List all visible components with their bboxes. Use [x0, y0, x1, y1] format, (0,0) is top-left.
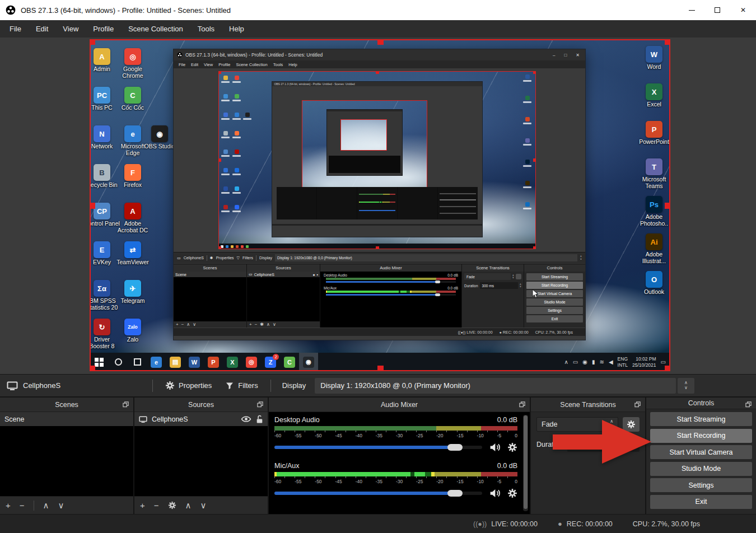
selection-handle[interactable] — [90, 203, 95, 209]
captured-title-bar: OBS 27.1.3 (64-bit, windows) - Profile: … — [174, 49, 585, 60]
remove-source-button[interactable]: − — [154, 501, 159, 510]
popout-icon[interactable] — [257, 401, 263, 408]
desktop-icon-label: Cốc Cốc — [114, 105, 151, 111]
speaker-icon[interactable] — [489, 442, 501, 452]
menu-profile[interactable]: Profile — [86, 20, 121, 38]
app-icon: B — [94, 164, 110, 181]
taskbar-icon-excel: X — [223, 353, 242, 371]
channel-level: 0.0 dB — [497, 462, 517, 470]
start-streaming-button[interactable]: Start Streaming — [650, 412, 752, 426]
title-bar: OBS 27.1.3 (64-bit, windows) - Profile: … — [0, 0, 756, 20]
channel-settings-gear-icon[interactable] — [507, 442, 517, 452]
close-button[interactable]: ✕ — [730, 0, 756, 20]
app-icon: A — [94, 48, 110, 65]
selection-handle[interactable] — [377, 39, 384, 45]
monitor-icon — [139, 416, 147, 423]
mixer-scrollbar[interactable] — [523, 415, 528, 511]
window-title: OBS 27.1.3 (64-bit, windows) - Profile: … — [21, 6, 231, 15]
hidden-icons-icon: ∧ — [564, 359, 568, 365]
desktop-icon-column-right: WWordXExcelPPowerPointTMicrosoft TeamsPs… — [636, 46, 670, 308]
add-scene-button[interactable]: + — [6, 501, 11, 510]
channel-name: Mic/Aux — [274, 462, 299, 470]
desktop-icon-label: Adobe Illustrat... — [636, 251, 670, 265]
source-list-item[interactable]: CellphoneS — [134, 412, 268, 426]
preview-canvas[interactable]: AAdminPCThis PCNNetworkBRecycle BinCPCon… — [90, 39, 670, 371]
taskbar-icon-zalo: Z2 — [261, 353, 280, 371]
captured-selection-border — [218, 71, 536, 249]
channel-settings-gear-icon[interactable] — [507, 488, 517, 498]
display-tray-icon: ▭ — [573, 359, 578, 365]
menu-edit[interactable]: Edit — [29, 20, 55, 38]
popout-icon[interactable] — [745, 401, 752, 408]
selection-handle[interactable] — [377, 366, 384, 371]
menu-scene-collection[interactable]: Scene Collection — [121, 20, 190, 38]
search-icon — [115, 358, 122, 366]
display-select-spinner[interactable]: ∧∨ — [678, 378, 694, 394]
captured-preview-canvas: OBS 27.1.3 (64-bit, windows) - Profile: … — [218, 71, 536, 249]
menu-view[interactable]: View — [55, 20, 86, 38]
minimize-button[interactable] — [679, 0, 704, 20]
display-select[interactable]: Display 1: 1920x1080 @ 0,0 (Primary Moni… — [315, 378, 676, 394]
app-icon: N — [94, 125, 110, 142]
studio-mode-button[interactable]: Studio Mode — [650, 462, 752, 476]
scene-list-item[interactable]: Scene — [0, 412, 133, 426]
source-down-button[interactable]: ∨ — [200, 501, 207, 511]
clock: 10:02 PM25/10/2021 — [632, 356, 656, 367]
captured-window-title: OBS 27.1.3 (64-bit, windows) - Profile: … — [185, 52, 323, 58]
monitor-icon — [7, 381, 18, 390]
desktop-icon-label: OBS Studio — [141, 143, 178, 150]
add-source-button[interactable]: + — [140, 501, 145, 510]
scene-up-button[interactable]: ∧ — [43, 501, 49, 511]
source-up-button[interactable]: ∧ — [185, 501, 192, 511]
start-virtual-camera-button[interactable]: Start Virtual Camera — [650, 445, 752, 459]
volume-slider[interactable] — [274, 446, 482, 449]
filters-button[interactable]: Filters — [218, 377, 264, 394]
desktop-icon: OOutlook — [636, 271, 670, 308]
live-status: ((●)) LIVE: 00:00:00 — [473, 520, 538, 528]
volume-meter — [274, 472, 517, 476]
app-icon: O — [646, 271, 662, 288]
captured-docks: Scenes Scene +−∧∨ Sources ▭CellphoneS●▪ … — [174, 264, 585, 328]
app-icon: Ai — [646, 233, 662, 250]
controls-dock: Controls Start Streaming Start Recording… — [646, 398, 756, 514]
popout-icon[interactable] — [634, 401, 641, 408]
maximize-button[interactable] — [704, 0, 730, 20]
speaker-icon[interactable] — [489, 488, 501, 498]
selection-handle[interactable] — [90, 366, 95, 371]
remove-scene-button[interactable]: − — [20, 501, 25, 510]
properties-button[interactable]: Properties — [158, 377, 218, 394]
selection-handle[interactable] — [90, 39, 95, 45]
popout-icon[interactable] — [123, 401, 129, 408]
app-icon: C — [124, 87, 141, 104]
annotation-arrow — [552, 420, 652, 464]
exit-button[interactable]: Exit — [650, 495, 752, 509]
app-icon: e — [124, 125, 141, 142]
app-icon: PC — [94, 87, 110, 104]
desktop-icon: AiAdobe Illustrat... — [636, 233, 670, 271]
display-label: Display — [282, 381, 306, 390]
desktop-icon-column-3: ◉OBS Studio — [141, 125, 178, 164]
desktop-icon-label: Excel — [636, 101, 670, 108]
visibility-eye-icon[interactable] — [241, 415, 251, 423]
menu-file[interactable]: File — [2, 20, 29, 38]
popout-icon[interactable] — [519, 401, 525, 408]
scene-down-button[interactable]: ∨ — [58, 501, 64, 511]
mixer-title: Audio Mixer — [381, 401, 418, 409]
app-icon: ✈ — [124, 280, 141, 297]
selection-handle[interactable] — [665, 366, 670, 371]
menu-help[interactable]: Help — [222, 20, 251, 38]
menu-tools[interactable]: Tools — [190, 20, 222, 38]
lock-open-icon[interactable] — [256, 415, 263, 424]
captured-source-toolbar: ▭ CellphoneS ✱Properties ▽Filters Displa… — [174, 252, 585, 263]
start-recording-button[interactable]: Start Recording — [650, 429, 752, 443]
selection-handle[interactable] — [665, 203, 670, 209]
volume-slider[interactable] — [274, 492, 482, 495]
app-icon: ◎ — [124, 48, 141, 65]
app-icon: A — [124, 203, 141, 219]
notification-center-icon: ▭ — [661, 359, 666, 365]
desktop-icon-label: Telegram — [114, 298, 151, 305]
selection-handle[interactable] — [665, 39, 670, 45]
settings-button[interactable]: Settings — [650, 478, 752, 492]
source-properties-gear-icon[interactable] — [168, 501, 176, 509]
sources-dock: Sources CellphoneS — [134, 398, 268, 514]
